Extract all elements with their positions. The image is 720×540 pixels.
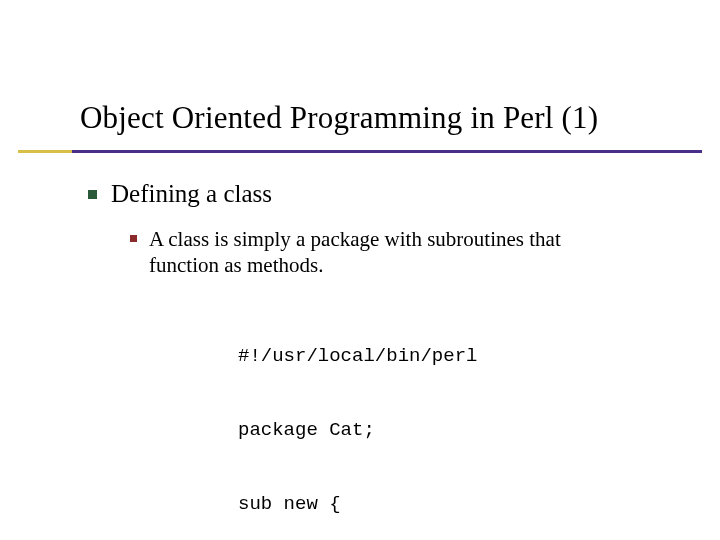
bullet-level-2-text: A class is simply a package with subrout… bbox=[149, 226, 629, 279]
underline-accent-right bbox=[72, 150, 702, 153]
square-bullet-icon bbox=[88, 190, 97, 199]
code-line: #!/usr/local/bin/perl bbox=[238, 344, 660, 369]
underline-accent-left bbox=[18, 150, 72, 153]
square-bullet-icon bbox=[130, 235, 137, 242]
title-underline bbox=[0, 150, 720, 153]
code-line: package Cat; bbox=[238, 418, 660, 443]
slide: Object Oriented Programming in Perl (1) … bbox=[0, 0, 720, 540]
bullet-level-1: Defining a class bbox=[88, 180, 660, 208]
code-line: sub new { bbox=[238, 492, 660, 517]
title-block: Object Oriented Programming in Perl (1) bbox=[80, 100, 690, 136]
slide-title: Object Oriented Programming in Perl (1) bbox=[80, 100, 690, 136]
bullet-level-1-text: Defining a class bbox=[111, 180, 272, 208]
bullet-level-2: A class is simply a package with subrout… bbox=[130, 226, 660, 279]
code-block: #!/usr/local/bin/perl package Cat; sub n… bbox=[238, 295, 660, 541]
body-content: Defining a class A class is simply a pac… bbox=[88, 180, 660, 540]
